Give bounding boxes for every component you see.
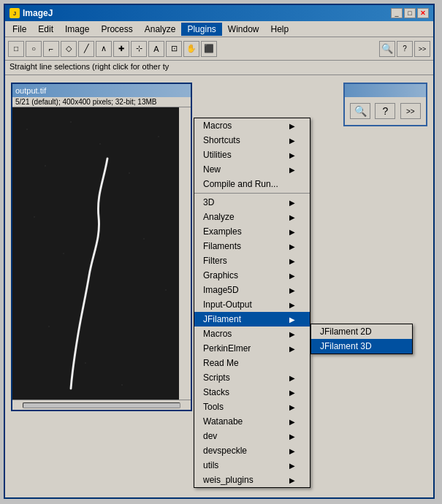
menu-dev[interactable]: dev ▶ — [194, 429, 310, 443]
menu-compile[interactable]: Compile and Run... — [194, 177, 310, 191]
svg-point-12 — [85, 362, 86, 364]
menu-examples[interactable]: Examples ▶ — [194, 224, 310, 239]
tool-zoom[interactable]: ⊡ — [166, 41, 182, 57]
menu-window[interactable]: Window — [222, 23, 265, 36]
content-area: output.tif 5/21 (default); 400x400 pixel… — [5, 75, 433, 497]
examples-arrow: ▶ — [289, 228, 295, 236]
menu-file[interactable]: File — [7, 23, 32, 36]
app-icon: J — [9, 8, 20, 18]
watanabe-label: Watanabe — [203, 416, 243, 427]
tool-angle[interactable]: ∧ — [96, 41, 112, 57]
menu-edit[interactable]: Edit — [32, 23, 59, 36]
scrollbar-track[interactable] — [23, 402, 180, 408]
dev-arrow: ▶ — [289, 432, 295, 440]
status-bar: Straight line selections (right click fo… — [5, 61, 433, 75]
app-title: ImageJ — [23, 8, 53, 18]
image-canvas — [12, 107, 179, 400]
filaments-arrow: ▶ — [289, 243, 295, 251]
menu-filters[interactable]: Filters ▶ — [194, 253, 310, 268]
utils-label: utils — [203, 460, 218, 470]
filters-arrow: ▶ — [289, 257, 295, 265]
jfilament-arrow: ▶ — [289, 316, 295, 324]
svg-point-5 — [129, 172, 130, 174]
tool-wand[interactable]: ⊹ — [131, 41, 147, 57]
menu-process[interactable]: Process — [95, 23, 138, 36]
devspeckle-label: devspeckle — [203, 446, 247, 456]
svg-point-7 — [34, 216, 35, 218]
input-output-label: Input-Output — [203, 299, 252, 310]
svg-point-4 — [99, 143, 101, 145]
menu-graphics[interactable]: Graphics ▶ — [194, 268, 310, 283]
question-icon[interactable]: ? — [375, 103, 395, 119]
menu-input-output[interactable]: Input-Output ▶ — [194, 297, 310, 312]
macros-label: Macros — [203, 121, 232, 131]
compile-label: Compile and Run... — [203, 179, 278, 189]
menu-plugins[interactable]: Plugins — [181, 23, 221, 36]
menu-shortcuts[interactable]: Shortcuts ▶ — [194, 133, 310, 148]
weis-plugins-label: weis_plugins — [203, 475, 254, 485]
filters-label: Filters — [203, 256, 227, 266]
window-controls: _ □ ✕ — [391, 8, 429, 18]
submenu-jfilament-2d[interactable]: JFilament 2D — [311, 324, 412, 339]
readme-label: Read Me — [203, 358, 239, 368]
menu-weis-plugins[interactable]: weis_plugins ▶ — [194, 473, 310, 487]
menu-jfilament[interactable]: JFilament ▶ — [194, 312, 310, 327]
menu-devspeckle[interactable]: devspeckle ▶ — [194, 443, 310, 458]
3d-label: 3D — [203, 197, 214, 207]
more-icon[interactable]: >> — [400, 103, 421, 119]
menu-utils[interactable]: utils ▶ — [194, 458, 310, 473]
close-button[interactable]: ✕ — [417, 8, 429, 18]
tool-point[interactable]: ✚ — [113, 41, 129, 57]
menu-3d[interactable]: 3D ▶ — [194, 195, 310, 210]
minimize-button[interactable]: _ — [391, 8, 403, 18]
tool-scroll[interactable]: ✋ — [183, 41, 199, 57]
shortcuts-label: Shortcuts — [203, 135, 240, 145]
tool-more[interactable]: >> — [414, 41, 430, 57]
menu-scripts[interactable]: Scripts ▶ — [194, 370, 310, 385]
maximize-button[interactable]: □ — [404, 8, 416, 18]
menu-macros2[interactable]: Macros ▶ — [194, 327, 310, 341]
tool-line[interactable]: ╱ — [78, 41, 94, 57]
main-window: J ImageJ _ □ ✕ File Edit Image Process A… — [4, 4, 435, 499]
stacks-arrow: ▶ — [289, 389, 295, 397]
menu-macros[interactable]: Macros ▶ — [194, 118, 310, 133]
title-bar-left: J ImageJ — [9, 8, 53, 18]
menu-image[interactable]: Image — [59, 23, 95, 36]
submenu-jfilament-3d[interactable]: JFilament 3D — [311, 339, 412, 354]
menu-utilities[interactable]: Utilities ▶ — [194, 148, 310, 162]
menu-watanabe[interactable]: Watanabe ▶ — [194, 414, 310, 429]
filaments-label: Filaments — [203, 241, 241, 251]
image5d-arrow: ▶ — [289, 286, 295, 294]
tool-poly[interactable]: ⌐ — [43, 41, 59, 57]
menu-readme[interactable]: Read Me — [194, 356, 310, 370]
plugins-dropdown: Macros ▶ Shortcuts ▶ Utilities ▶ New ▶ C… — [194, 118, 310, 488]
svg-point-6 — [158, 136, 159, 137]
tool-rect[interactable]: □ — [8, 41, 24, 57]
input-output-arrow: ▶ — [289, 301, 295, 309]
image-info: 5/21 (default); 400x400 pixels; 32-bit; … — [12, 97, 191, 107]
svg-point-3 — [70, 121, 72, 123]
tool-color[interactable]: ⬛ — [201, 41, 217, 57]
menu-filaments[interactable]: Filaments ▶ — [194, 239, 310, 253]
menu-new[interactable]: New ▶ — [194, 162, 310, 177]
tool-help[interactable]: ? — [397, 41, 413, 57]
title-bar: J ImageJ _ □ ✕ — [5, 5, 433, 21]
magnifier-icon[interactable]: 🔍 — [350, 103, 370, 119]
jfilament-2d-label: JFilament 2D — [320, 327, 372, 337]
menu-help[interactable]: Help — [265, 23, 295, 36]
menu-stacks[interactable]: Stacks ▶ — [194, 385, 310, 400]
tool-freehand[interactable]: ◇ — [61, 41, 77, 57]
toolbar: □ ○ ⌐ ◇ ╱ ∧ ✚ ⊹ A ⊡ ✋ ⬛ 🔍 ? >> — [5, 37, 433, 61]
menu-image5d[interactable]: Image5D ▶ — [194, 283, 310, 297]
menu-analyze-plugin[interactable]: Analyze ▶ — [194, 210, 310, 224]
analyze-arrow: ▶ — [289, 213, 295, 221]
tool-magnifier[interactable]: 🔍 — [379, 41, 395, 57]
new-arrow: ▶ — [289, 166, 295, 174]
tool-oval[interactable]: ○ — [26, 41, 42, 57]
scripts-arrow: ▶ — [289, 374, 295, 382]
menu-analyze[interactable]: Analyze — [139, 23, 182, 36]
scrollbar-horizontal[interactable] — [12, 400, 191, 410]
menu-perkinelmer[interactable]: PerkinElmer ▶ — [194, 341, 310, 356]
menu-tools[interactable]: Tools ▶ — [194, 400, 310, 414]
tool-text[interactable]: A — [148, 41, 164, 57]
